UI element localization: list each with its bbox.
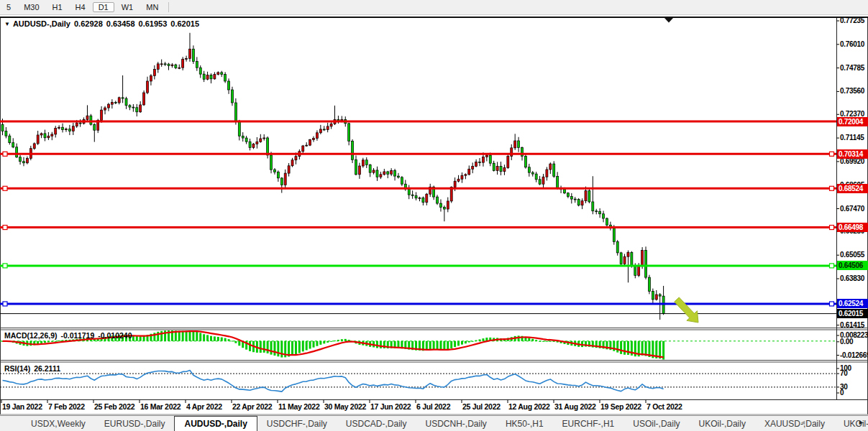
timeframe-button-h4[interactable]: H4 xyxy=(70,2,91,12)
candle-body xyxy=(376,170,378,177)
candle-body xyxy=(1,124,4,131)
candle-body xyxy=(302,146,304,152)
date-label: 25 Feb 2022 xyxy=(94,402,134,411)
tab-hk50-h1[interactable]: HK50-,H1 xyxy=(496,417,553,431)
candle-body xyxy=(273,170,275,172)
candle-body xyxy=(595,211,598,212)
hline-handle-right[interactable] xyxy=(830,264,834,268)
macd-bar xyxy=(249,341,251,351)
hline-handle-left[interactable] xyxy=(3,302,7,306)
tab-usdchf-daily[interactable]: USDCHF-,Daily xyxy=(257,417,337,431)
timeframe-button-h1[interactable]: H1 xyxy=(47,2,68,12)
macd-bar xyxy=(260,341,262,353)
timeframe-button-w1[interactable]: W1 xyxy=(116,2,140,12)
tab-xauusd-daily[interactable]: XAUUSD-,Daily xyxy=(755,417,834,431)
candle-body xyxy=(101,110,103,121)
drawn-arrow-object[interactable] xyxy=(675,297,698,323)
hline-handle-right[interactable] xyxy=(830,186,834,190)
candle-body xyxy=(603,214,605,218)
candle-body xyxy=(323,129,325,130)
candle-body xyxy=(613,228,615,242)
candle-body xyxy=(72,126,74,131)
candle-body xyxy=(160,64,163,65)
candle-body xyxy=(549,164,552,170)
candle-body xyxy=(9,136,11,142)
macd-bar xyxy=(234,341,237,343)
macd-scale-label: -0.012669 xyxy=(840,351,868,360)
candle-body xyxy=(37,135,39,144)
macd-bar xyxy=(210,336,212,341)
macd-bar xyxy=(472,341,474,342)
candle-body xyxy=(280,178,283,185)
hline-handle-left[interactable] xyxy=(3,186,7,190)
macd-bar xyxy=(306,341,308,351)
macd-bar xyxy=(157,332,159,341)
hline-handle-right[interactable] xyxy=(830,152,834,156)
candle-body xyxy=(472,167,474,170)
tab-usdx-weekly[interactable]: USDX,Weekly xyxy=(22,417,95,431)
candle-body xyxy=(465,175,467,175)
candle-body xyxy=(627,252,629,256)
last-bar-top-marker xyxy=(664,18,673,23)
hline-handle-right[interactable] xyxy=(830,302,834,306)
timeframe-button-m30[interactable]: M30 xyxy=(18,2,45,12)
candle-body xyxy=(358,166,360,175)
candle-body xyxy=(93,124,96,130)
tab-eurchf-h1[interactable]: EURCHF-,H1 xyxy=(553,417,624,431)
macd-scale-label: 0.00 xyxy=(840,338,868,346)
tab-usdcnh-daily[interactable]: USDCNH-,Daily xyxy=(416,417,496,431)
candle-body xyxy=(514,141,516,148)
candle-body xyxy=(210,75,212,79)
chart-dropdown-icon[interactable]: ▼ xyxy=(4,21,10,27)
price-badge-0.70314: 0.70314 xyxy=(837,149,868,159)
candle-body xyxy=(482,157,484,162)
candle-body xyxy=(284,173,286,185)
hline-handle-left[interactable] xyxy=(3,226,7,230)
candle-body xyxy=(390,170,393,174)
macd-bar xyxy=(309,341,311,349)
macd-bar xyxy=(221,338,223,341)
tab-ukoil-daily[interactable]: UKOil-,Daily xyxy=(690,417,755,431)
candle-body xyxy=(147,81,149,93)
candle-body xyxy=(581,201,583,205)
macd-bar xyxy=(620,341,622,354)
candle-body xyxy=(503,167,506,171)
candle-body xyxy=(570,197,572,199)
hline-handle-left[interactable] xyxy=(3,264,7,268)
candle-body xyxy=(531,172,534,174)
candle-body xyxy=(196,61,198,68)
timeframe-button-5[interactable]: 5 xyxy=(1,2,17,12)
tab-eurusd-daily[interactable]: EURUSD-,Daily xyxy=(95,417,175,431)
tabbar-scroll-right-icon[interactable]: ► xyxy=(858,419,864,426)
candle-body xyxy=(114,102,117,103)
tab-audusd-daily[interactable]: AUDUSD-,Daily xyxy=(174,416,257,431)
timeframe-button-mn[interactable]: MN xyxy=(140,2,164,12)
hline-handle-right[interactable] xyxy=(830,226,834,230)
date-label: 7 Feb 2022 xyxy=(48,402,85,411)
candle-body xyxy=(164,64,166,65)
candle-body xyxy=(228,81,230,90)
candle-body xyxy=(401,177,403,184)
macd-bar xyxy=(40,341,42,343)
macd-bar xyxy=(319,341,321,345)
candle-body xyxy=(231,90,233,103)
macd-bar xyxy=(186,331,188,341)
timeframe-button-d1[interactable]: D1 xyxy=(93,2,114,12)
tabbar-scroll-left-icon[interactable]: ◄ xyxy=(800,419,806,426)
ohlc-low: 0.61953 xyxy=(139,19,168,28)
macd-bar xyxy=(645,341,647,356)
macd-bar xyxy=(270,341,273,355)
candle-body xyxy=(426,194,428,202)
price-badge-0.64506: 0.64506 xyxy=(837,261,868,270)
candle-body xyxy=(355,159,357,175)
candle-body xyxy=(641,251,644,267)
tab-usoil-daily[interactable]: USOil-,Daily xyxy=(623,417,689,431)
candle-body xyxy=(118,98,120,103)
candle-body xyxy=(352,141,354,159)
candle-body xyxy=(65,129,67,130)
macd-bar xyxy=(479,339,481,340)
tab-usdcad-daily[interactable]: USDCAD-,Daily xyxy=(337,417,416,431)
candle-body xyxy=(394,170,396,176)
candle-body xyxy=(546,170,548,177)
hline-handle-left[interactable] xyxy=(3,152,7,156)
